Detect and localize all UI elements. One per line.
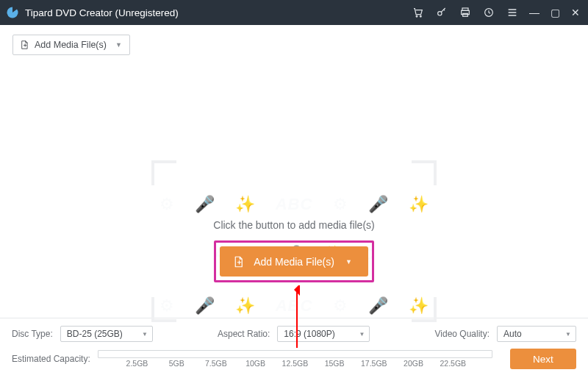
annotation-highlight: Add Media File(s) ▼ <box>214 240 374 282</box>
titlebar: Tipard DVD Creator (Unregistered) — ▢ ✕ <box>0 0 588 25</box>
disc-type-value: BD-25 (25GB) <box>67 329 123 339</box>
capacity-tick: 2.5GB <box>126 359 148 368</box>
video-quality-label: Video Quality: <box>435 329 490 339</box>
chevron-down-icon: ▼ <box>359 331 365 338</box>
cart-icon[interactable] <box>410 4 426 21</box>
add-media-small-label: Add Media File(s) <box>35 40 107 50</box>
svg-point-1 <box>420 15 421 17</box>
minimize-button[interactable]: — <box>528 4 541 21</box>
chevron-down-icon: ▼ <box>115 41 122 49</box>
window-title: Tipard DVD Creator (Unregistered) <box>25 7 179 18</box>
add-media-small-button[interactable]: Add Media File(s) ▼ <box>12 35 130 55</box>
close-button[interactable]: ✕ <box>569 4 582 21</box>
file-plus-icon <box>19 40 29 50</box>
capacity-tick: 20GB <box>404 359 423 368</box>
svg-rect-5 <box>463 13 468 16</box>
capacity-tick: 22.5GB <box>440 359 466 368</box>
chevron-down-icon: ▼ <box>565 331 571 338</box>
capacity-tick: 15GB <box>325 359 345 368</box>
file-plus-icon <box>232 255 245 268</box>
aspect-ratio-label: Aspect Ratio: <box>218 329 270 339</box>
capacity-tick: 12.5GB <box>282 359 309 368</box>
capacity-tick: 17.5GB <box>361 359 387 368</box>
capacity-tick: 7.5GB <box>205 359 227 368</box>
watermark-row: ⚙🎤✨ABC⚙🎤✨ <box>159 195 429 214</box>
svg-point-0 <box>416 15 417 17</box>
chevron-down-icon: ▼ <box>345 258 352 265</box>
video-quality-value: Auto <box>503 329 522 339</box>
print-icon[interactable] <box>457 4 473 21</box>
menu-icon[interactable] <box>504 4 520 21</box>
next-button[interactable]: Next <box>510 349 576 369</box>
disc-type-select[interactable]: BD-25 (25GB) ▼ <box>60 326 153 342</box>
history-icon[interactable] <box>481 4 497 21</box>
capacity-tick: 10GB <box>245 359 265 368</box>
video-quality-select[interactable]: Auto ▼ <box>497 326 576 342</box>
add-media-big-label: Add Media File(s) <box>254 256 334 268</box>
svg-point-2 <box>438 12 442 15</box>
app-logo-icon <box>6 6 19 19</box>
capacity-gauge: 2.5GB5GB7.5GB10GB12.5GB15GB17.5GB20GB22.… <box>98 350 492 368</box>
next-button-label: Next <box>533 354 553 365</box>
key-icon[interactable] <box>434 4 450 21</box>
estimated-capacity-label: Estimated Capacity: <box>12 354 90 364</box>
chevron-down-icon: ▼ <box>142 331 148 338</box>
annotation-arrow-icon <box>290 285 305 352</box>
drop-area: ⚙🎤✨ABC⚙🎤✨ A⚙🎤✨C ⚙🎤✨ABC⚙🎤✨ Click the butt… <box>0 65 588 318</box>
maximize-button[interactable]: ▢ <box>548 4 562 21</box>
drop-hint-text: Click the button to add media file(s) <box>213 219 374 231</box>
disc-type-label: Disc Type: <box>12 329 53 339</box>
capacity-tick: 5GB <box>169 359 184 368</box>
add-media-big-button[interactable]: Add Media File(s) ▼ <box>220 246 368 277</box>
